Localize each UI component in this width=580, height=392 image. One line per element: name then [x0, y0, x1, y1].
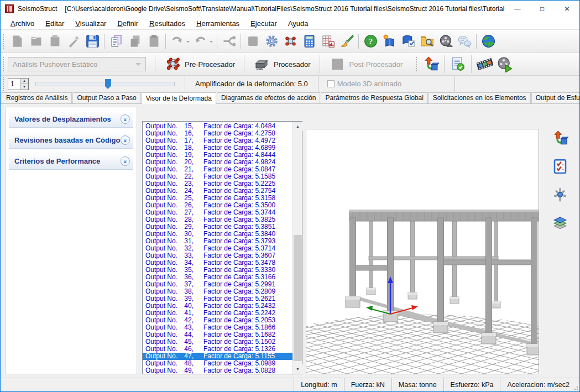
animated-3d-model-checkbox[interactable]: Modelo 3D animado — [327, 80, 401, 88]
minimize-button[interactable]: — — [505, 1, 530, 17]
settings-gear-button[interactable] — [262, 32, 281, 51]
output-row-45[interactable]: Output No.45,Factor de Carga: 5.1502 — [143, 338, 292, 345]
chat-bubbles-button[interactable] — [455, 32, 474, 51]
tab-visor-de-la-deformada[interactable]: Visor de la Deformada — [142, 92, 216, 104]
output-row-34[interactable]: Output No.34,Factor de Carga: 5.3478 — [143, 259, 292, 266]
spinner-down-icon[interactable]: ▼ — [20, 84, 28, 90]
copy-properties-button[interactable] — [107, 32, 126, 51]
calculator-button[interactable] — [300, 32, 318, 51]
output-row-40[interactable]: Output No.40,Factor de Carga: 5.2432 — [143, 302, 292, 309]
output-row-18[interactable]: Output No.18,Factor de Carga: 4.6899 — [143, 144, 292, 151]
procesador-button[interactable]: Procesador — [248, 54, 316, 74]
book-sun-button[interactable] — [380, 32, 399, 51]
toolbar-grip[interactable] — [3, 34, 5, 49]
menu-visualizar[interactable]: Visualizar — [70, 18, 112, 29]
menu-herramientas[interactable]: Herramientas — [191, 18, 245, 29]
redo-button[interactable] — [191, 32, 215, 51]
performance-checklist-button[interactable] — [550, 156, 571, 177]
results-grid-button[interactable] — [318, 32, 337, 51]
output-row-36[interactable]: Output No.36,Factor de Carga: 5.3166 — [143, 273, 292, 280]
spinner-up-icon[interactable]: ▲ — [20, 79, 28, 85]
open-project-button[interactable] — [27, 32, 45, 51]
output-row-29[interactable]: Output No.29,Factor de Carga: 5.3851 — [143, 223, 292, 230]
toolbar-grip[interactable] — [3, 57, 5, 71]
output-row-43[interactable]: Output No.43,Factor de Carga: 5.1866 — [143, 323, 292, 331]
output-row-37[interactable]: Output No.37,Factor de Carga: 5.2991 — [143, 280, 292, 288]
output-row-16[interactable]: Output No.16,Factor de Carga: 4.2758 — [143, 129, 292, 137]
chevron-double-down-icon[interactable]: » — [121, 135, 130, 145]
menu-ayuda[interactable]: Ayuda — [283, 18, 314, 29]
slider-thumb[interactable] — [105, 79, 111, 86]
layers-button[interactable] — [550, 212, 571, 233]
axes-3d-button[interactable] — [550, 184, 571, 205]
output-row-19[interactable]: Output No.19,Factor de Carga: 4.8444 — [143, 151, 292, 158]
tab-output-paso-a-paso[interactable]: Output Paso a Paso — [72, 92, 140, 103]
deformation-amplifier-slider[interactable] — [35, 79, 175, 89]
output-row-26[interactable]: Output No.26,Factor de Carga: 5.3500 — [143, 201, 292, 208]
output-row-23[interactable]: Output No.23,Factor de Carga: 5.2225 — [143, 180, 292, 187]
tab-diagramas-de-efectos-de-acción[interactable]: Diagramas de efectos de acción — [217, 92, 320, 103]
output-row-20[interactable]: Output No.20,Factor de Carga: 4.9824 — [143, 158, 292, 165]
output-row-42[interactable]: Output No.42,Factor de Carga: 5.2053 — [143, 316, 292, 323]
output-row-46[interactable]: Output No.46,Factor de Carga: 5.1326 — [143, 345, 292, 352]
toolbar-grip[interactable] — [3, 77, 5, 91]
help-button[interactable]: ? — [361, 32, 380, 51]
deformed-shape-button[interactable] — [550, 128, 571, 149]
analysis-type-select[interactable]: Análisis Pushover Estático — [8, 57, 146, 71]
output-row-24[interactable]: Output No.24,Factor de Carga: 5.2754 — [143, 187, 292, 194]
dropdown-caret-icon[interactable] — [210, 41, 213, 44]
menu-ejecutar[interactable]: Ejecutar — [245, 18, 283, 29]
deformed-shape-button[interactable] — [421, 55, 441, 74]
chevron-double-down-icon[interactable]: » — [121, 114, 130, 124]
output-row-32[interactable]: Output No.32,Factor de Carga: 5.3714 — [143, 244, 292, 252]
scrollbar-thumb[interactable] — [294, 235, 302, 361]
wizard-button[interactable] — [64, 32, 83, 51]
maximize-button[interactable]: □ — [530, 1, 555, 17]
menu-editar[interactable]: Editar — [40, 18, 70, 29]
globe-button[interactable] — [479, 32, 498, 51]
close-button[interactable]: ✕ — [555, 1, 579, 17]
output-row-47[interactable]: Output No.47,Factor de Carga: 5.1155 — [143, 353, 292, 360]
stop-button[interactable] — [243, 32, 262, 51]
output-row-27[interactable]: Output No.27,Factor de Carga: 5.3744 — [143, 208, 292, 216]
menu-resultados[interactable]: Resultados — [144, 18, 191, 29]
folder-search-button[interactable] — [417, 32, 436, 51]
tab-registros-de-análisis[interactable]: Registros de Análisis — [2, 92, 72, 103]
step-spinner[interactable]: 1 ▲ ▼ — [8, 78, 29, 90]
output-row-30[interactable]: Output No.30,Factor de Carga: 5.3840 — [143, 230, 292, 237]
output-steps-listbox[interactable]: Output No.15,Factor de Carga: 4.0484Outp… — [142, 121, 302, 374]
deformed-model-3d-view[interactable] — [306, 129, 539, 374]
output-row-25[interactable]: Output No.25,Factor de Carga: 5.3158 — [143, 194, 292, 201]
film-reel-button[interactable] — [436, 32, 455, 51]
tab-output-de-esfuerzos-y-deformaciones[interactable]: Output de Esfuerzos y Deformaciones — [531, 92, 580, 103]
new-project-button[interactable] — [8, 32, 27, 51]
chevron-double-down-icon[interactable]: » — [121, 156, 130, 166]
output-row-22[interactable]: Output No.22,Factor de Carga: 5.1585 — [143, 173, 292, 180]
vertical-scrollbar[interactable]: ▲ ▼ — [292, 122, 302, 374]
output-row-28[interactable]: Output No.28,Factor de Carga: 5.3825 — [143, 216, 292, 223]
dropdown-caret-icon[interactable] — [186, 41, 190, 44]
output-row-15[interactable]: Output No.15,Factor de Carga: 4.0484 — [143, 122, 292, 129]
output-row-21[interactable]: Output No.21,Factor de Carga: 5.0847 — [143, 165, 292, 173]
section-criterios-de-performance[interactable]: Criterios de Performance» — [9, 153, 133, 170]
output-row-35[interactable]: Output No.35,Factor de Carga: 5.3330 — [143, 266, 292, 273]
menu-definir[interactable]: Definir — [112, 18, 144, 29]
post-procesador-button[interactable]: Post-Procesador — [323, 54, 409, 74]
copy-button[interactable] — [126, 32, 144, 51]
output-row-33[interactable]: Output No.33,Factor de Carga: 5.3607 — [143, 252, 292, 259]
output-row-39[interactable]: Output No.39,Factor de Carga: 5.2621 — [143, 295, 292, 302]
output-row-49[interactable]: Output No.49,Factor de Carga: 5.0828 — [143, 367, 292, 374]
section-revisiones-basadas-en-código[interactable]: Revisiones basadas en Código» — [9, 132, 133, 149]
save-button[interactable] — [83, 32, 102, 51]
toolbar-grip[interactable] — [416, 57, 418, 71]
paste-button[interactable] — [144, 32, 163, 51]
menu-archivo[interactable]: Archivo — [5, 18, 40, 29]
movie-play-button[interactable] — [495, 55, 515, 74]
output-row-41[interactable]: Output No.41,Factor de Carga: 5.2242 — [143, 309, 292, 316]
paintbrush-button[interactable] — [337, 32, 356, 51]
output-row-48[interactable]: Output No.48,Factor de Carga: 5.0989 — [143, 360, 292, 367]
scroll-up-icon[interactable]: ▲ — [293, 122, 302, 131]
run-check-doc-button[interactable] — [448, 55, 468, 74]
tab-solicitaciones-en-los-elementos[interactable]: Solicitaciones en los Elementos — [429, 92, 531, 103]
tab-parámetros-de-respuesta-global[interactable]: Parámetros de Respuesta Global — [321, 92, 427, 103]
